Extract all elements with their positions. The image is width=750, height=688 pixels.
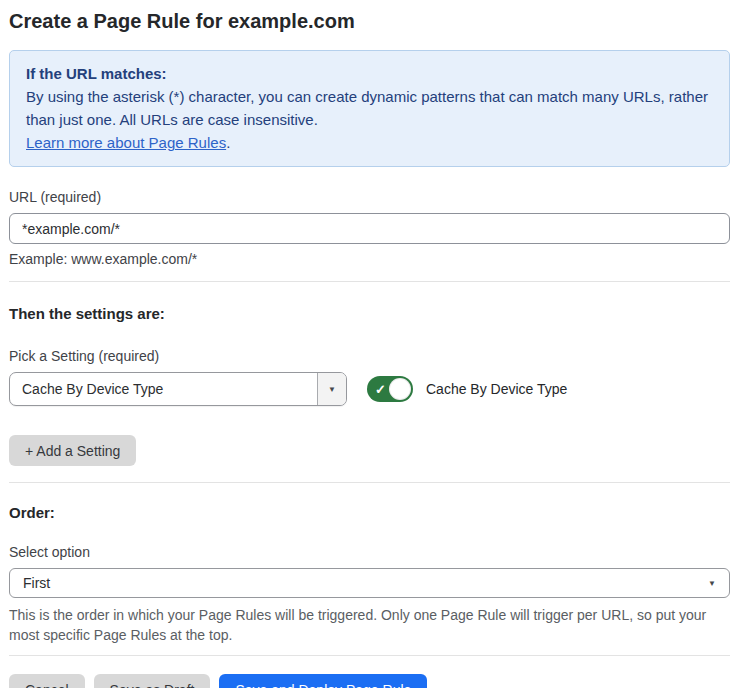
chevron-down-icon[interactable]: ▼ bbox=[317, 373, 346, 405]
save-as-draft-button[interactable]: Save as Draft bbox=[94, 674, 211, 688]
add-setting-button[interactable]: + Add a Setting bbox=[9, 435, 136, 466]
order-select[interactable]: First ▼ bbox=[9, 568, 730, 598]
check-icon: ✓ bbox=[375, 383, 386, 396]
order-select-value: First bbox=[23, 575, 708, 591]
order-helper-text: This is the order in which your Page Rul… bbox=[9, 605, 725, 645]
info-box-link-row: Learn more about Page Rules. bbox=[26, 131, 713, 154]
url-match-info-box: If the URL matches: By using the asteris… bbox=[9, 50, 730, 167]
footer-actions: Cancel Save as Draft Save and Deploy Pag… bbox=[9, 674, 730, 688]
info-box-body: By using the asterisk (*) character, you… bbox=[26, 85, 713, 131]
save-and-deploy-button[interactable]: Save and Deploy Page Rule bbox=[219, 674, 427, 688]
page-rule-form: Create a Page Rule for example.com If th… bbox=[0, 0, 750, 688]
url-input[interactable] bbox=[9, 213, 730, 244]
cache-by-device-toggle[interactable]: ✓ bbox=[367, 376, 413, 402]
divider bbox=[9, 281, 730, 282]
learn-more-link[interactable]: Learn more about Page Rules bbox=[26, 134, 226, 151]
url-example-helper: Example: www.example.com/* bbox=[9, 251, 730, 268]
page-title: Create a Page Rule for example.com bbox=[9, 9, 730, 33]
divider bbox=[9, 482, 730, 483]
order-section-heading: Order: bbox=[9, 504, 730, 522]
setting-select[interactable]: Cache By Device Type ▼ bbox=[9, 372, 347, 406]
link-period: . bbox=[226, 134, 230, 151]
toggle-label: Cache By Device Type bbox=[426, 381, 567, 397]
settings-section-heading: Then the settings are: bbox=[9, 305, 730, 323]
order-select-label: Select option bbox=[9, 544, 730, 561]
chevron-down-icon: ▼ bbox=[708, 579, 716, 588]
setting-row: Cache By Device Type ▼ ✓ Cache By Device… bbox=[9, 372, 730, 406]
divider bbox=[9, 655, 730, 656]
cancel-button[interactable]: Cancel bbox=[9, 674, 85, 688]
info-box-heading: If the URL matches: bbox=[26, 62, 713, 85]
setting-select-value: Cache By Device Type bbox=[10, 373, 317, 405]
toggle-knob bbox=[389, 378, 411, 400]
url-field-label: URL (required) bbox=[9, 189, 730, 206]
pick-setting-label: Pick a Setting (required) bbox=[9, 348, 730, 365]
